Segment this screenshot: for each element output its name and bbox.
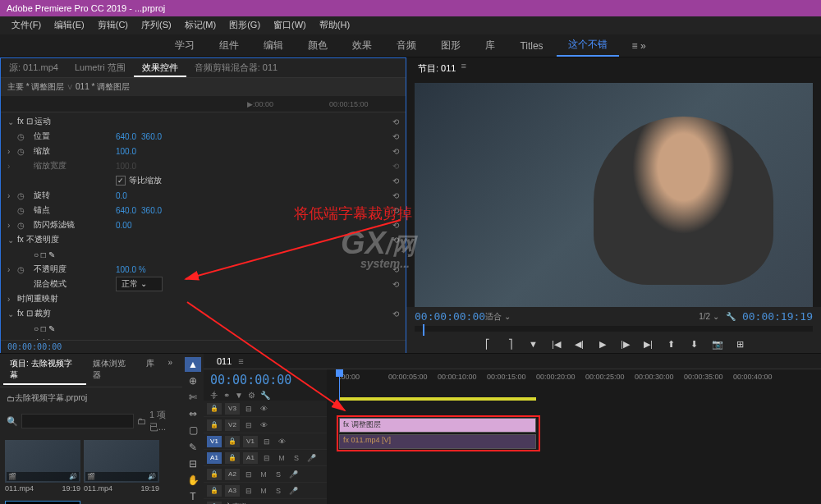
track-a1[interactable]: A1 [243, 452, 258, 464]
ws-audio[interactable]: 音频 [385, 35, 428, 56]
chevron-icon[interactable]: › [7, 265, 17, 274]
solo-button[interactable]: S [291, 454, 302, 462]
menu-graphic[interactable]: 图形(G) [222, 16, 267, 34]
stopwatch-icon[interactable]: ◷ [17, 132, 34, 141]
chevron-icon[interactable]: › [7, 221, 17, 230]
solo-button[interactable]: S [273, 487, 284, 495]
selection-tool[interactable]: ▲ [185, 357, 201, 372]
stopwatch-icon[interactable]: ◷ [17, 221, 34, 230]
mute-button[interactable]: M [276, 454, 287, 462]
opacity-val[interactable]: 100.0 % [116, 265, 146, 274]
wrench-icon[interactable]: 🔧 [726, 312, 736, 321]
ws-assembly[interactable]: 组件 [208, 35, 250, 56]
track-v1[interactable]: V1 [243, 436, 258, 447]
crop-group[interactable]: fx ⊡ 裁剪 [17, 308, 51, 319]
mark-in-button[interactable]: ⎡ [479, 337, 497, 351]
menu-window[interactable]: 窗口(W) [267, 16, 313, 34]
eye-icon[interactable]: 👁 [258, 421, 269, 429]
reset-icon[interactable]: ⟲ [392, 117, 399, 126]
reset-icon[interactable]: ⟲ [392, 280, 399, 289]
eye-icon[interactable]: 👁 [258, 405, 269, 413]
time-remap-group[interactable]: 时间重映射 [17, 293, 58, 305]
effect-timeline[interactable]: ▶:00:00 00:00:15:00 [1, 96, 406, 112]
project-item-adjust[interactable]: 调整图层5:00 [5, 501, 80, 504]
program-menu-icon[interactable]: ≡ [461, 61, 466, 76]
tc-right[interactable]: 00:00:19:19 [742, 310, 813, 323]
track-select-tool[interactable]: ⊕ [185, 373, 201, 388]
tab-library[interactable]: 库 [140, 355, 161, 385]
crop-mask-tools[interactable]: ○ □ ✎ [34, 324, 55, 333]
project-item[interactable]: 🎬🔊 011.mp419:19 [84, 440, 159, 494]
export-frame-button[interactable]: 📷 [709, 337, 727, 351]
compare-button[interactable]: ⊞ [732, 337, 750, 351]
lift-button[interactable]: ⬆ [663, 337, 681, 351]
pos-x[interactable]: 640.0 [116, 132, 136, 141]
anchor-x[interactable]: 640.0 [116, 206, 136, 215]
voice-icon[interactable]: 🎤 [305, 454, 317, 462]
chevron-down-icon[interactable]: ⌄ [7, 236, 17, 245]
track-a3[interactable]: A3 [225, 485, 240, 497]
lock-icon[interactable]: 🔒 [225, 436, 240, 447]
toggle-output-icon[interactable]: ⊟ [261, 438, 273, 446]
step-fwd-button[interactable]: |▶ [617, 337, 635, 351]
pos-y[interactable]: 360.0 [141, 132, 162, 141]
tab-source[interactable]: 源: 011.mp4 [1, 58, 67, 77]
flicker-val[interactable]: 0.00 [116, 221, 131, 230]
menu-help[interactable]: 帮助(H) [313, 16, 356, 34]
voice-icon[interactable]: 🎤 [287, 487, 299, 495]
wrench-icon[interactable]: 🔧 [260, 391, 270, 400]
razor-tool[interactable]: ⇔ [185, 406, 201, 421]
mask-tools[interactable]: ○ □ ✎ [34, 250, 55, 259]
toggle-output-icon[interactable]: ⊟ [243, 421, 255, 429]
tab-overflow-icon[interactable]: » [161, 355, 179, 385]
menu-mark[interactable]: 标记(M) [178, 16, 223, 34]
fit-dropdown[interactable]: 适合 [485, 312, 502, 321]
type-tool[interactable]: T [185, 489, 201, 504]
mark-out-button[interactable]: ⎤ [502, 337, 520, 351]
ripple-tool[interactable]: ✄ [185, 390, 201, 405]
toggle-output-icon[interactable]: ⊟ [261, 454, 273, 462]
anchor-y[interactable]: 360.0 [141, 206, 162, 215]
opacity-group[interactable]: fx 不透明度 [17, 234, 59, 245]
toggle-output-icon[interactable]: ⊟ [243, 405, 255, 413]
track-a2[interactable]: A2 [225, 469, 240, 480]
tab-project[interactable]: 项目: 去除视频字幕 [3, 355, 86, 385]
timeline-content[interactable]: fx 调整图层 fx 011.mp4 [V] [327, 401, 821, 504]
pen-tool[interactable]: ✎ [185, 440, 201, 455]
src-v1[interactable]: V1 [207, 436, 222, 447]
rect-tool[interactable]: ⊟ [185, 456, 201, 471]
timeline-ruler[interactable]: :00:00 00:00:05:00 00:00:10:00 00:00:15:… [327, 369, 821, 401]
lock-icon[interactable]: 🔒 [207, 403, 222, 415]
mute-button[interactable]: M [258, 470, 269, 479]
reset-icon[interactable]: ⟲ [392, 147, 399, 156]
stopwatch-icon[interactable]: ◷ [17, 206, 34, 215]
src-a1[interactable]: A1 [207, 452, 222, 464]
project-item[interactable]: 🎬🔊 011.mp419:19 [5, 440, 80, 494]
step-back-button[interactable]: ◀| [571, 337, 589, 351]
chevron-icon[interactable]: › [7, 295, 17, 304]
menu-sequence[interactable]: 序列(S) [135, 16, 178, 34]
ws-effects[interactable]: 效果 [341, 35, 383, 56]
tab-effect-controls[interactable]: 效果控件 [134, 58, 186, 77]
ws-edit[interactable]: 编辑 [252, 35, 295, 56]
scale-val[interactable]: 100.0 [116, 147, 136, 156]
menu-clip[interactable]: 剪辑(C) [91, 16, 135, 34]
mini-playhead[interactable]: ▶:00:00 [247, 100, 273, 108]
filter-icon[interactable]: 🗀 [137, 416, 146, 426]
menu-file[interactable]: 文件(F) [5, 16, 48, 34]
snap-icon[interactable]: ⸎ [210, 391, 218, 400]
chevron-down-icon[interactable]: ⌄ [7, 309, 17, 318]
blend-dropdown[interactable]: 正常 ⌄ [116, 277, 163, 291]
add-marker-button[interactable]: ▼ [525, 337, 543, 351]
toggle-output-icon[interactable]: ⊟ [243, 487, 255, 495]
settings-icon[interactable]: ⚙ [248, 391, 255, 400]
lock-icon[interactable]: 🔒 [207, 419, 222, 431]
timeline-tc[interactable]: 00:00:00:00 [210, 373, 320, 387]
ws-titles[interactable]: Titles [508, 37, 554, 55]
hand-tool[interactable]: ✋ [185, 473, 201, 488]
track-v3[interactable]: V3 [225, 403, 240, 415]
extract-button[interactable]: ⬇ [686, 337, 704, 351]
program-scrubber[interactable] [415, 326, 813, 332]
ws-learn[interactable]: 学习 [163, 35, 206, 56]
marker-icon[interactable]: ▼ [235, 391, 243, 400]
